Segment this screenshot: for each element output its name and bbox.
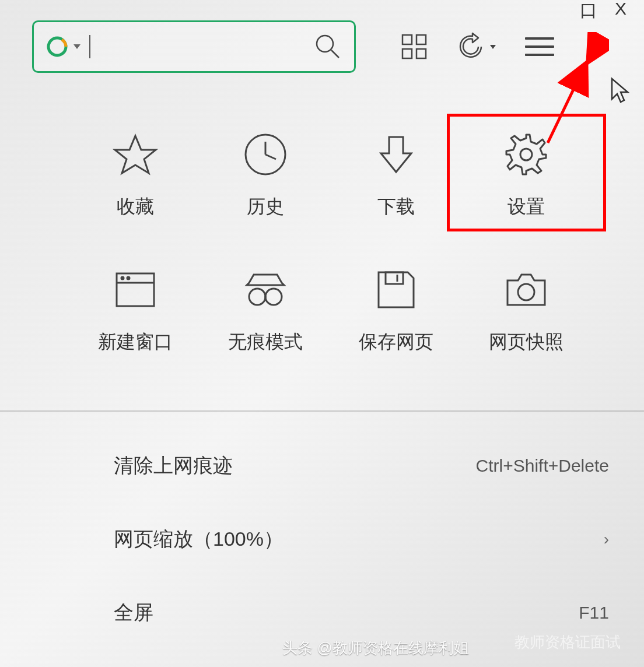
svg-rect-3	[402, 35, 412, 44]
clock-icon	[242, 131, 289, 178]
svg-line-2	[331, 50, 339, 58]
save-icon	[373, 266, 419, 313]
download-icon	[373, 131, 419, 178]
window-controls: 口 X	[580, 0, 626, 23]
menu-label: 历史	[247, 194, 284, 220]
menu-item-history[interactable]: 历史	[201, 131, 331, 220]
menu-item-clear-history[interactable]: 清除上网痕迹 Ctrl+Shift+Delete	[114, 429, 609, 503]
menu-item-favorites[interactable]: 收藏	[70, 131, 201, 220]
menu-label: 无痕模式	[228, 329, 303, 355]
svg-point-16	[127, 277, 130, 279]
gear-icon	[503, 131, 550, 178]
list-shortcut: Ctrl+Shift+Delete	[476, 456, 609, 476]
watermark-text: 头条 @教师资格在线摩利姐	[282, 638, 469, 658]
cursor-pointer-icon	[609, 76, 632, 107]
chevron-right-icon: ›	[604, 530, 609, 549]
svg-point-1	[317, 36, 333, 52]
maximize-button[interactable]: 口	[580, 0, 597, 23]
star-icon	[112, 131, 159, 178]
hamburger-menu-icon[interactable]	[525, 37, 554, 56]
grid-icon[interactable]	[400, 32, 429, 61]
top-toolbar	[0, 0, 644, 73]
watermark-text-2: 教师资格证面试	[514, 632, 621, 652]
svg-point-17	[249, 289, 265, 305]
svg-line-11	[265, 155, 276, 159]
search-icon[interactable]	[313, 32, 342, 61]
menu-item-save-page[interactable]: 保存网页	[331, 266, 461, 355]
incognito-icon	[242, 266, 289, 313]
undo-dropdown-icon[interactable]	[490, 45, 496, 49]
menu-label: 收藏	[117, 194, 154, 220]
close-button[interactable]: X	[615, 0, 626, 23]
divider	[0, 410, 644, 412]
menu-item-snapshot[interactable]: 网页快照	[461, 266, 592, 355]
undo-icon[interactable]	[458, 32, 487, 61]
browser-logo-icon	[46, 35, 69, 58]
menu-item-settings[interactable]: 设置	[461, 131, 592, 220]
menu-label: 下载	[377, 194, 415, 220]
list-shortcut: F11	[579, 603, 609, 623]
menu-item-incognito[interactable]: 无痕模式	[201, 266, 331, 355]
svg-rect-4	[416, 35, 426, 44]
menu-label: 网页快照	[489, 329, 564, 355]
search-engine-dropdown-icon[interactable]	[74, 44, 80, 49]
svg-rect-6	[416, 49, 426, 58]
menu-item-zoom[interactable]: 网页缩放（100%） ›	[114, 503, 609, 576]
svg-point-18	[265, 289, 282, 305]
svg-rect-20	[386, 272, 403, 284]
svg-point-15	[121, 277, 124, 279]
window-icon	[112, 266, 159, 313]
menu-label: 保存网页	[359, 329, 433, 355]
list-label: 网页缩放（100%）	[114, 526, 284, 553]
svg-point-12	[520, 149, 532, 160]
menu-item-downloads[interactable]: 下载	[331, 131, 461, 220]
menu-item-new-window[interactable]: 新建窗口	[70, 266, 201, 355]
camera-icon	[503, 266, 550, 313]
svg-rect-5	[402, 49, 412, 58]
menu-grid: 收藏 历史 下载 设置 新建窗口 无痕模式 保存网页	[0, 73, 644, 378]
list-label: 清除上网痕迹	[114, 452, 233, 479]
list-label: 全屏	[114, 599, 153, 626]
menu-list: 清除上网痕迹 Ctrl+Shift+Delete 网页缩放（100%） › 全屏…	[0, 412, 644, 667]
svg-point-22	[518, 284, 534, 300]
search-box[interactable]	[32, 20, 356, 73]
menu-label: 新建窗口	[98, 329, 173, 355]
menu-label: 设置	[508, 194, 545, 220]
